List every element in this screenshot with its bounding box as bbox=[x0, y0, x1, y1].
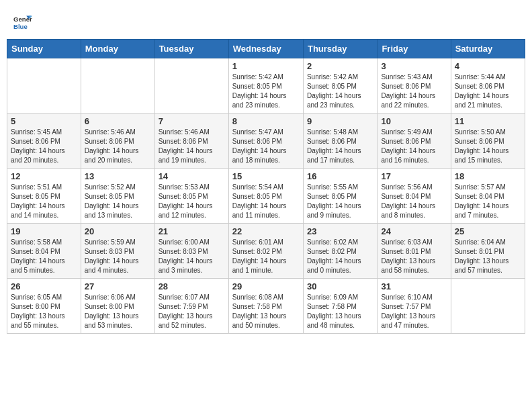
day-number: 17 bbox=[381, 171, 447, 181]
day-number: 13 bbox=[85, 171, 151, 181]
calendar-table: SundayMondayTuesdayWednesdayThursdayFrid… bbox=[7, 39, 525, 334]
calendar-cell: 21Sunrise: 6:00 AM Sunset: 8:03 PM Dayli… bbox=[154, 224, 228, 279]
calendar-cell: 19Sunrise: 5:58 AM Sunset: 8:04 PM Dayli… bbox=[7, 224, 81, 279]
calendar-cell: 6Sunrise: 5:46 AM Sunset: 8:06 PM Daylig… bbox=[81, 113, 154, 169]
day-number: 30 bbox=[307, 281, 373, 291]
day-info: Sunrise: 5:46 AM Sunset: 8:06 PM Dayligh… bbox=[85, 128, 151, 165]
day-info: Sunrise: 6:04 AM Sunset: 8:01 PM Dayligh… bbox=[455, 238, 521, 275]
day-info: Sunrise: 6:07 AM Sunset: 7:59 PM Dayligh… bbox=[159, 293, 225, 330]
day-info: Sunrise: 5:53 AM Sunset: 8:05 PM Dayligh… bbox=[159, 183, 225, 220]
day-number: 20 bbox=[85, 226, 151, 236]
calendar-cell: 15Sunrise: 5:54 AM Sunset: 8:05 PM Dayli… bbox=[228, 169, 303, 224]
calendar-cell: 27Sunrise: 6:06 AM Sunset: 8:00 PM Dayli… bbox=[81, 279, 154, 334]
day-info: Sunrise: 5:56 AM Sunset: 8:04 PM Dayligh… bbox=[381, 183, 447, 220]
weekday-header-sunday: Sunday bbox=[7, 40, 81, 58]
calendar-cell: 11Sunrise: 5:50 AM Sunset: 8:06 PM Dayli… bbox=[451, 113, 525, 169]
day-number: 7 bbox=[159, 116, 225, 126]
day-info: Sunrise: 6:10 AM Sunset: 7:57 PM Dayligh… bbox=[381, 293, 447, 330]
calendar-cell: 24Sunrise: 6:03 AM Sunset: 8:01 PM Dayli… bbox=[378, 224, 451, 279]
day-info: Sunrise: 5:50 AM Sunset: 8:06 PM Dayligh… bbox=[455, 128, 521, 165]
calendar-cell: 12Sunrise: 5:51 AM Sunset: 8:05 PM Dayli… bbox=[7, 169, 81, 224]
day-number: 12 bbox=[11, 171, 77, 181]
calendar-week-row: 12Sunrise: 5:51 AM Sunset: 8:05 PM Dayli… bbox=[7, 169, 525, 224]
day-info: Sunrise: 6:08 AM Sunset: 7:58 PM Dayligh… bbox=[232, 293, 300, 330]
calendar-cell: 2Sunrise: 5:42 AM Sunset: 8:05 PM Daylig… bbox=[303, 58, 377, 113]
day-number: 29 bbox=[232, 281, 300, 291]
day-info: Sunrise: 5:58 AM Sunset: 8:04 PM Dayligh… bbox=[11, 238, 77, 275]
day-info: Sunrise: 6:00 AM Sunset: 8:03 PM Dayligh… bbox=[159, 238, 225, 275]
calendar-cell bbox=[7, 58, 81, 113]
day-info: Sunrise: 5:45 AM Sunset: 8:06 PM Dayligh… bbox=[11, 128, 77, 165]
day-number: 27 bbox=[85, 281, 151, 291]
calendar-cell: 20Sunrise: 5:59 AM Sunset: 8:03 PM Dayli… bbox=[81, 224, 154, 279]
calendar-cell bbox=[451, 279, 525, 334]
day-info: Sunrise: 5:43 AM Sunset: 8:06 PM Dayligh… bbox=[381, 73, 447, 110]
weekday-header-saturday: Saturday bbox=[451, 40, 525, 58]
day-number: 31 bbox=[381, 281, 447, 291]
calendar-cell: 10Sunrise: 5:49 AM Sunset: 8:06 PM Dayli… bbox=[378, 113, 451, 169]
day-number: 2 bbox=[307, 61, 373, 71]
day-info: Sunrise: 5:52 AM Sunset: 8:05 PM Dayligh… bbox=[85, 183, 151, 220]
calendar-week-row: 5Sunrise: 5:45 AM Sunset: 8:06 PM Daylig… bbox=[7, 113, 525, 169]
day-number: 18 bbox=[455, 171, 521, 181]
day-number: 25 bbox=[455, 226, 521, 236]
calendar-week-row: 26Sunrise: 6:05 AM Sunset: 8:00 PM Dayli… bbox=[7, 279, 525, 334]
day-number: 4 bbox=[455, 61, 521, 71]
calendar-cell: 29Sunrise: 6:08 AM Sunset: 7:58 PM Dayli… bbox=[228, 279, 303, 334]
calendar-cell: 17Sunrise: 5:56 AM Sunset: 8:04 PM Dayli… bbox=[378, 169, 451, 224]
day-info: Sunrise: 5:49 AM Sunset: 8:06 PM Dayligh… bbox=[381, 128, 447, 165]
logo-icon: General Blue bbox=[13, 13, 32, 32]
calendar-week-row: 1Sunrise: 5:42 AM Sunset: 8:05 PM Daylig… bbox=[7, 58, 525, 113]
day-info: Sunrise: 6:02 AM Sunset: 8:02 PM Dayligh… bbox=[307, 238, 373, 275]
day-number: 10 bbox=[381, 116, 447, 126]
day-number: 8 bbox=[232, 116, 300, 126]
day-info: Sunrise: 5:59 AM Sunset: 8:03 PM Dayligh… bbox=[85, 238, 151, 275]
weekday-header-friday: Friday bbox=[378, 40, 451, 58]
day-number: 16 bbox=[307, 171, 373, 181]
day-info: Sunrise: 6:03 AM Sunset: 8:01 PM Dayligh… bbox=[381, 238, 447, 275]
day-number: 21 bbox=[159, 226, 225, 236]
weekday-header-wednesday: Wednesday bbox=[228, 40, 303, 58]
day-number: 14 bbox=[159, 171, 225, 181]
weekday-header-monday: Monday bbox=[81, 40, 154, 58]
day-info: Sunrise: 6:05 AM Sunset: 8:00 PM Dayligh… bbox=[11, 293, 77, 330]
weekday-header-thursday: Thursday bbox=[303, 40, 377, 58]
calendar-cell: 5Sunrise: 5:45 AM Sunset: 8:06 PM Daylig… bbox=[7, 113, 81, 169]
day-info: Sunrise: 5:47 AM Sunset: 8:06 PM Dayligh… bbox=[232, 128, 300, 165]
day-number: 6 bbox=[85, 116, 151, 126]
day-info: Sunrise: 5:57 AM Sunset: 8:04 PM Dayligh… bbox=[455, 183, 521, 220]
svg-text:Blue: Blue bbox=[13, 23, 28, 30]
day-info: Sunrise: 5:42 AM Sunset: 8:05 PM Dayligh… bbox=[232, 73, 300, 110]
day-info: Sunrise: 5:48 AM Sunset: 8:06 PM Dayligh… bbox=[307, 128, 373, 165]
calendar-cell: 28Sunrise: 6:07 AM Sunset: 7:59 PM Dayli… bbox=[154, 279, 228, 334]
day-number: 9 bbox=[307, 116, 373, 126]
calendar-cell: 4Sunrise: 5:44 AM Sunset: 8:06 PM Daylig… bbox=[451, 58, 525, 113]
calendar-cell: 3Sunrise: 5:43 AM Sunset: 8:06 PM Daylig… bbox=[378, 58, 451, 113]
calendar-cell: 14Sunrise: 5:53 AM Sunset: 8:05 PM Dayli… bbox=[154, 169, 228, 224]
calendar-cell: 9Sunrise: 5:48 AM Sunset: 8:06 PM Daylig… bbox=[303, 113, 377, 169]
day-number: 3 bbox=[381, 61, 447, 71]
calendar-cell: 13Sunrise: 5:52 AM Sunset: 8:05 PM Dayli… bbox=[81, 169, 154, 224]
weekday-header-row: SundayMondayTuesdayWednesdayThursdayFrid… bbox=[7, 40, 525, 58]
day-info: Sunrise: 5:54 AM Sunset: 8:05 PM Dayligh… bbox=[232, 183, 300, 220]
calendar-cell: 18Sunrise: 5:57 AM Sunset: 8:04 PM Dayli… bbox=[451, 169, 525, 224]
calendar-week-row: 19Sunrise: 5:58 AM Sunset: 8:04 PM Dayli… bbox=[7, 224, 525, 279]
calendar-cell: 26Sunrise: 6:05 AM Sunset: 8:00 PM Dayli… bbox=[7, 279, 81, 334]
day-number: 26 bbox=[11, 281, 77, 291]
calendar-cell: 16Sunrise: 5:55 AM Sunset: 8:05 PM Dayli… bbox=[303, 169, 377, 224]
day-number: 22 bbox=[232, 226, 300, 236]
day-info: Sunrise: 6:09 AM Sunset: 7:58 PM Dayligh… bbox=[307, 293, 373, 330]
day-info: Sunrise: 5:55 AM Sunset: 8:05 PM Dayligh… bbox=[307, 183, 373, 220]
calendar-cell: 30Sunrise: 6:09 AM Sunset: 7:58 PM Dayli… bbox=[303, 279, 377, 334]
logo: General Blue bbox=[13, 13, 35, 32]
day-info: Sunrise: 6:06 AM Sunset: 8:00 PM Dayligh… bbox=[85, 293, 151, 330]
calendar-cell: 7Sunrise: 5:46 AM Sunset: 8:06 PM Daylig… bbox=[154, 113, 228, 169]
day-number: 19 bbox=[11, 226, 77, 236]
weekday-header-tuesday: Tuesday bbox=[154, 40, 228, 58]
day-number: 1 bbox=[232, 61, 300, 71]
calendar-cell: 22Sunrise: 6:01 AM Sunset: 8:02 PM Dayli… bbox=[228, 224, 303, 279]
day-info: Sunrise: 6:01 AM Sunset: 8:02 PM Dayligh… bbox=[232, 238, 300, 275]
calendar-cell: 23Sunrise: 6:02 AM Sunset: 8:02 PM Dayli… bbox=[303, 224, 377, 279]
day-number: 28 bbox=[159, 281, 225, 291]
calendar-cell bbox=[81, 58, 154, 113]
